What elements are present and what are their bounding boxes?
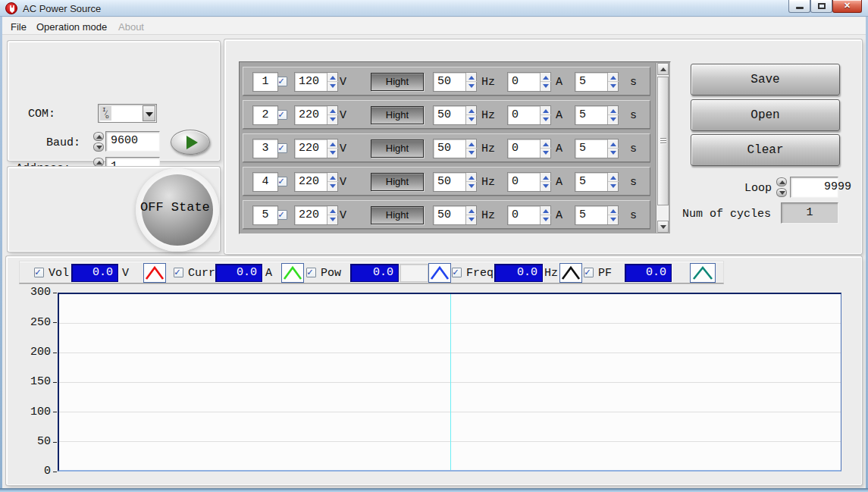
spin-up-icon[interactable] (608, 106, 619, 115)
scroll-down-icon[interactable] (657, 221, 669, 233)
voltage-spinner[interactable]: 220 (294, 172, 338, 192)
increment-icon[interactable] (776, 177, 787, 186)
close-button[interactable]: ✕ (832, 0, 862, 13)
spin-up-icon[interactable] (608, 139, 619, 149)
spin-up-icon[interactable] (541, 206, 551, 215)
loop-field[interactable]: 9999 (790, 177, 838, 198)
freq-checkbox[interactable] (452, 268, 462, 277)
spin-down-icon[interactable] (466, 182, 477, 191)
pow-checkbox[interactable] (306, 268, 316, 277)
row-index-field[interactable]: 2 (252, 105, 278, 125)
spin-up-icon[interactable] (327, 206, 338, 215)
spin-down-icon[interactable] (466, 149, 477, 158)
duration-spinner[interactable]: 5 (575, 105, 619, 125)
com-port-select[interactable]: I∕o (98, 104, 157, 123)
spin-up-icon[interactable] (466, 139, 477, 149)
voltage-spinner[interactable]: 120 (294, 72, 338, 92)
baud-stepper[interactable] (93, 132, 104, 152)
range-button[interactable]: Hight (371, 139, 424, 158)
row-enable-checkbox[interactable] (277, 177, 287, 186)
baud-field[interactable]: 9600 (105, 131, 160, 152)
scroll-up-icon[interactable] (657, 63, 669, 75)
range-button[interactable]: Hight (371, 206, 424, 224)
frequency-spinner[interactable]: 50 (433, 105, 477, 125)
range-button[interactable]: Hight (371, 106, 424, 124)
pf-checkbox[interactable] (584, 268, 594, 277)
curr-checkbox[interactable] (174, 268, 183, 277)
voltage-spinner[interactable]: 220 (294, 139, 338, 158)
menu-file[interactable]: File (6, 20, 31, 34)
list-scrollbar[interactable] (656, 63, 669, 233)
current-spinner[interactable]: 0 (507, 139, 551, 158)
current-spinner[interactable]: 0 (507, 105, 551, 125)
row-enable-checkbox[interactable] (277, 77, 287, 86)
loop-stepper[interactable] (776, 177, 787, 197)
save-button[interactable]: Save (691, 64, 840, 96)
open-button[interactable]: Open (691, 99, 840, 131)
decrement-icon[interactable] (776, 188, 787, 197)
spin-down-icon[interactable] (466, 82, 477, 91)
spin-up-icon[interactable] (608, 73, 619, 82)
spin-up-icon[interactable] (541, 73, 551, 82)
spin-down-icon[interactable] (608, 149, 619, 158)
increment-icon[interactable] (93, 132, 104, 141)
dropdown-button[interactable] (143, 105, 155, 121)
spin-down-icon[interactable] (541, 82, 551, 91)
spin-down-icon[interactable] (327, 182, 338, 191)
frequency-spinner[interactable]: 50 (433, 172, 477, 192)
clear-button[interactable]: Clear (691, 134, 840, 166)
voltage-spinner[interactable]: 220 (294, 205, 338, 225)
spin-up-icon[interactable] (541, 173, 551, 182)
range-button[interactable]: Hight (371, 73, 424, 91)
minimize-button[interactable] (788, 0, 810, 13)
decrement-icon[interactable] (93, 143, 104, 152)
spin-down-icon[interactable] (327, 149, 338, 158)
spin-down-icon[interactable] (608, 82, 619, 91)
current-spinner[interactable]: 0 (507, 172, 551, 192)
spin-down-icon[interactable] (327, 82, 338, 91)
spin-down-icon[interactable] (541, 215, 551, 224)
spin-down-icon[interactable] (327, 115, 338, 124)
spin-up-icon[interactable] (541, 139, 551, 149)
duration-spinner[interactable]: 5 (575, 205, 619, 225)
spin-up-icon[interactable] (541, 106, 551, 115)
row-index-field[interactable]: 1 (252, 72, 278, 92)
spin-up-icon[interactable] (466, 173, 477, 182)
connect-run-button[interactable] (171, 130, 210, 155)
current-spinner[interactable]: 0 (507, 205, 551, 225)
spin-down-icon[interactable] (608, 115, 619, 124)
scrollbar-thumb[interactable] (657, 77, 669, 205)
spin-up-icon[interactable] (327, 173, 338, 182)
voltage-spinner[interactable]: 220 (294, 105, 338, 125)
row-index-field[interactable]: 5 (252, 205, 278, 225)
row-enable-checkbox[interactable] (277, 143, 287, 153)
spin-up-icon[interactable] (327, 106, 338, 115)
row-enable-checkbox[interactable] (277, 210, 287, 220)
menu-operation-mode[interactable]: Operation mode (32, 20, 111, 34)
title-bar[interactable]: AC Power Source ✕ (0, 0, 868, 17)
spin-down-icon[interactable] (466, 115, 477, 124)
row-enable-checkbox[interactable] (277, 110, 287, 120)
maximize-button[interactable] (810, 0, 832, 13)
row-index-field[interactable]: 4 (252, 172, 278, 192)
spin-down-icon[interactable] (541, 149, 551, 158)
current-spinner[interactable]: 0 (507, 72, 551, 92)
frequency-spinner[interactable]: 50 (433, 72, 477, 92)
spin-up-icon[interactable] (466, 106, 477, 115)
spin-down-icon[interactable] (608, 182, 619, 191)
frequency-spinner[interactable]: 50 (433, 139, 477, 158)
range-button[interactable]: Hight (371, 173, 424, 191)
spin-down-icon[interactable] (466, 215, 477, 224)
spin-up-icon[interactable] (327, 139, 338, 149)
duration-spinner[interactable]: 5 (575, 139, 619, 158)
row-index-field[interactable]: 3 (252, 139, 278, 158)
increment-icon[interactable] (93, 158, 104, 167)
spin-up-icon[interactable] (608, 173, 619, 182)
spin-up-icon[interactable] (466, 73, 477, 82)
spin-down-icon[interactable] (541, 115, 551, 124)
spin-down-icon[interactable] (327, 215, 338, 224)
duration-spinner[interactable]: 5 (575, 72, 619, 92)
spin-up-icon[interactable] (327, 73, 338, 82)
spin-down-icon[interactable] (608, 215, 619, 224)
vol-checkbox[interactable] (34, 268, 44, 277)
